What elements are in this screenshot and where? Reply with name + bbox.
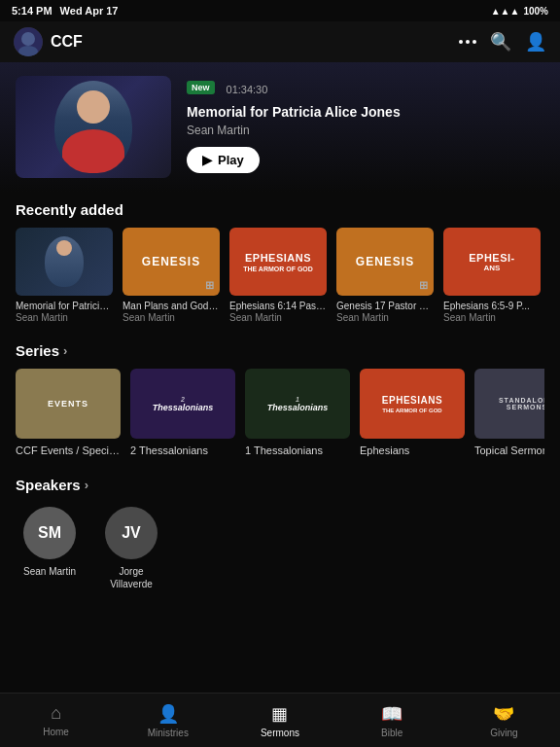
nav-bible[interactable]: 📖 Bible: [363, 703, 421, 738]
header-actions: 🔍 👤: [459, 31, 546, 53]
list-item[interactable]: GENESIS ⊞ Man Plans and God Laughs (... …: [122, 228, 220, 323]
series-thumb-2: 1 Thessalonians: [245, 369, 350, 439]
list-item[interactable]: EVENTS CCF Events / Special Service...: [16, 369, 121, 457]
series-thumb-4: STANDALONE SERMONS: [474, 369, 544, 439]
giving-icon: 🤝: [493, 703, 514, 725]
recent-speaker-2: Sean Martin: [229, 312, 327, 323]
recent-thumb-3: GENESIS ⊞: [336, 228, 434, 296]
speaker-avatar-1: JV: [105, 507, 158, 559]
header-title: CCF: [51, 33, 83, 51]
profile-icon[interactable]: 👤: [525, 31, 546, 53]
list-item[interactable]: STANDALONE SERMONS Topical Sermons o...: [474, 369, 544, 457]
speakers-title: Speakers: [16, 477, 81, 493]
series-thumb-3: EPHESIANS THE ARMOR OF GOD: [360, 369, 465, 439]
series-chevron-icon: ›: [63, 343, 67, 358]
nav-giving[interactable]: 🤝 Giving: [474, 703, 533, 738]
speaker-name-0: Sean Martin: [23, 565, 76, 578]
speakers-section: Speakers › SM Sean Martin JV Jorge Villa…: [0, 467, 560, 600]
series-section: Series › EVENTS CCF Events / Special Ser…: [0, 333, 560, 467]
hero-portrait: [54, 81, 132, 173]
recent-title-4: Ephesians 6:5-9 P...: [443, 300, 541, 312]
bible-icon: 📖: [381, 703, 402, 725]
recent-thumb-0: [16, 228, 113, 296]
speaker-initials-0: SM: [38, 524, 61, 542]
recent-thumb-2: EPHESIANS THE ARMOR OF GOD: [229, 228, 327, 296]
nav-home-label: Home: [43, 727, 69, 737]
recent-thumb-4: EPHESI- ANS: [443, 228, 541, 296]
hero-duration: 01:34:30: [227, 84, 268, 95]
hero-speaker: Sean Martin: [187, 124, 544, 137]
status-day: Wed Apr 17: [60, 5, 119, 17]
speaker-initials-1: JV: [122, 524, 141, 542]
play-label: Play: [218, 153, 244, 167]
hero-title: Memorial for Patricia Alice Jones: [187, 103, 544, 121]
series-list: EVENTS CCF Events / Special Service... 2…: [16, 369, 544, 461]
recent-title-0: Memorial for Patricia Alice Jo...: [16, 300, 113, 312]
home-icon: ⌂: [51, 703, 61, 724]
nav-giving-label: Giving: [490, 728, 517, 738]
nav-ministries[interactable]: 👤 Ministries: [139, 703, 197, 738]
list-item[interactable]: Memorial for Patricia Alice Jo... Sean M…: [16, 228, 113, 323]
search-icon[interactable]: 🔍: [490, 31, 511, 53]
svg-point-1: [21, 32, 35, 46]
recent-speaker-3: Sean Martin: [336, 312, 434, 323]
nav-ministries-label: Ministries: [148, 728, 189, 738]
status-bar: 5:14 PM Wed Apr 17 ▲▲▲ 100%: [0, 0, 560, 21]
nav-home[interactable]: ⌂ Home: [27, 703, 86, 737]
recently-added-title: Recently added: [16, 201, 123, 218]
speakers-list: SM Sean Martin JV Jorge Villaverde: [16, 503, 544, 594]
app-header: CCF 🔍 👤: [0, 21, 560, 62]
hero-info: New 01:34:30 Memorial for Patricia Alice…: [187, 81, 544, 173]
list-item[interactable]: EPHESIANS THE ARMOR OF GOD Ephesians 6:1…: [229, 228, 327, 323]
series-thumb-1: 2 Thessalonians: [130, 369, 235, 439]
recently-added-list: Memorial for Patricia Alice Jo... Sean M…: [16, 228, 544, 327]
app-logo: [14, 27, 43, 56]
bottom-navigation: ⌂ Home 👤 Ministries ▦ Sermons 📖 Bible 🤝 …: [0, 693, 560, 747]
list-item[interactable]: GENESIS ⊞ Genesis 17 Pastor Sean ... Sea…: [336, 228, 434, 323]
recent-speaker-1: Sean Martin: [122, 312, 220, 323]
list-item[interactable]: 1 Thessalonians 1 Thessalonians: [245, 369, 350, 457]
nav-bible-label: Bible: [381, 728, 402, 738]
nav-sermons-label: Sermons: [261, 728, 299, 738]
hero-section: New 01:34:30 Memorial for Patricia Alice…: [0, 62, 560, 192]
list-item[interactable]: EPHESI- ANS Ephesians 6:5-9 P... Sean Ma…: [443, 228, 541, 323]
series-label-4: Topical Sermons o...: [474, 444, 544, 457]
speakers-chevron-icon: ›: [85, 478, 88, 492]
list-item[interactable]: EPHESIANS THE ARMOR OF GOD Ephesians: [360, 369, 465, 457]
series-thumb-0: EVENTS: [16, 369, 121, 439]
sermons-icon: ▦: [271, 703, 288, 725]
list-item[interactable]: JV Jorge Villaverde: [97, 507, 165, 590]
hero-thumbnail: [16, 76, 171, 178]
hero-badge: New: [187, 81, 215, 94]
series-label-2: 1 Thessalonians: [245, 444, 350, 457]
play-icon: ▶: [202, 153, 212, 167]
recent-thumb-1: GENESIS ⊞: [122, 228, 220, 296]
status-signal: ▲▲▲: [491, 6, 520, 17]
recent-title-2: Ephesians 6:14 Pastor Sean ...: [229, 300, 327, 312]
recent-speaker-4: Sean Martin: [443, 312, 541, 323]
recent-speaker-0: Sean Martin: [16, 312, 113, 323]
nav-sermons[interactable]: ▦ Sermons: [251, 703, 309, 738]
list-item[interactable]: SM Sean Martin: [16, 507, 84, 590]
series-label-1: 2 Thessalonians: [130, 444, 235, 457]
bookmark-icon: ⊞: [416, 278, 430, 292]
recently-added-section: Recently added Memorial for Patricia Ali…: [0, 192, 560, 333]
list-item[interactable]: 2 Thessalonians 2 Thessalonians: [130, 369, 235, 457]
series-title: Series: [16, 342, 59, 359]
recent-title-1: Man Plans and God Laughs (...: [122, 300, 220, 312]
series-label-3: Ephesians: [360, 444, 465, 457]
bookmark-icon: ⊞: [202, 278, 216, 292]
recent-title-3: Genesis 17 Pastor Sean ...: [336, 300, 434, 312]
status-time: 5:14 PM: [12, 5, 52, 17]
speaker-name-1: Jorge Villaverde: [97, 565, 165, 590]
more-options-icon[interactable]: [459, 40, 476, 44]
series-label-0: CCF Events / Special Service...: [16, 444, 121, 457]
play-button[interactable]: ▶ Play: [187, 147, 260, 173]
status-battery: 100%: [523, 6, 548, 17]
ministries-icon: 👤: [158, 703, 179, 725]
speaker-avatar-0: SM: [23, 507, 76, 559]
